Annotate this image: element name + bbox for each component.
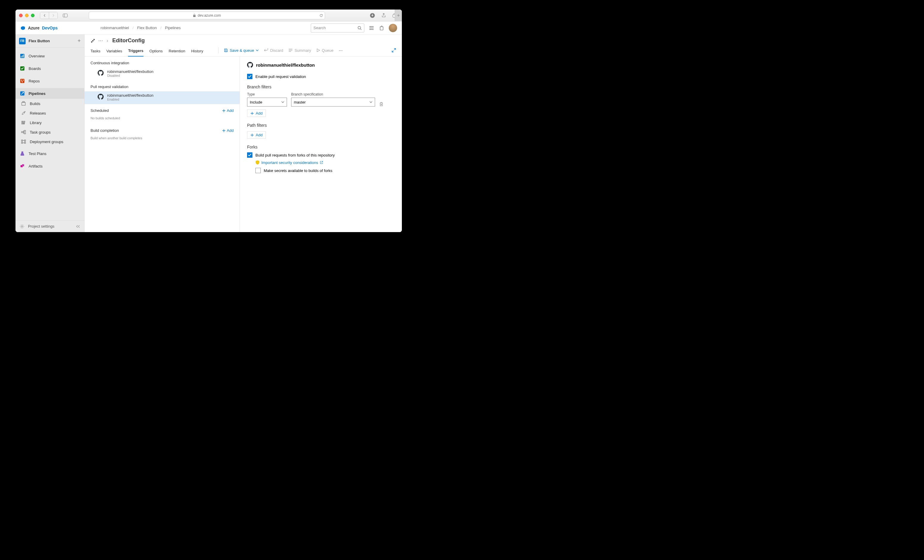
titlebar: dev.azure.com + (15, 9, 402, 21)
sidebar-item-label: Pipelines (28, 91, 45, 96)
url-bar[interactable]: dev.azure.com (89, 12, 325, 19)
pr-section-header: Pull request validation (84, 80, 240, 91)
add-path-filter-button[interactable]: Add (247, 131, 266, 139)
sidebar-item-label: Test Plans (28, 151, 46, 156)
sidebar-item-builds[interactable]: Builds (15, 99, 84, 108)
detail-repo-title: robinmanuelthiel/flexbutton (256, 63, 315, 67)
breadcrumb-area[interactable]: Pipelines (165, 25, 181, 30)
sidebar-item-label: Repos (28, 79, 40, 83)
sidebar: FB Flex Button + Overview Boards (15, 34, 84, 232)
search-input[interactable]: Search (311, 24, 364, 33)
ci-repo-name: robinmanuelthiel/flexbutton (107, 69, 153, 74)
pr-repo-row[interactable]: robinmanuelthiel/flexbutton Enabled (84, 91, 240, 104)
sidebar-item-label: Library (30, 121, 42, 125)
security-considerations-link[interactable]: Important security considerations (255, 160, 395, 165)
forks-build-checkbox[interactable] (247, 152, 252, 158)
add-completion-button[interactable]: Add (222, 128, 234, 133)
collapse-sidebar-icon[interactable] (76, 225, 80, 228)
add-project-icon[interactable]: + (77, 38, 81, 44)
add-branch-filter-button[interactable]: Add (247, 109, 266, 117)
make-secrets-checkbox[interactable] (255, 168, 261, 173)
summary-button[interactable]: Summary (288, 48, 311, 53)
brand[interactable]: Azure DevOps (20, 25, 58, 31)
breadcrumbs: robinmanuelthiel / Flex Button / Pipelin… (100, 25, 181, 30)
tab-tasks[interactable]: Tasks (90, 47, 100, 56)
plus-icon (250, 112, 254, 115)
scheduled-header-label: Scheduled (90, 108, 109, 113)
svg-rect-0 (63, 14, 68, 17)
sidebar-item-overview[interactable]: Overview (15, 51, 84, 61)
sidebar-item-pipelines[interactable]: Pipelines (15, 88, 84, 99)
sidebar-item-task-groups[interactable]: Task groups (15, 127, 84, 137)
downloads-icon[interactable] (369, 12, 376, 19)
shopping-bag-icon[interactable] (379, 25, 385, 31)
breadcrumb-project[interactable]: Flex Button (137, 25, 157, 30)
tab-history[interactable]: History (191, 47, 203, 56)
make-secrets-row[interactable]: Make secrets available to builds of fork… (255, 168, 395, 173)
branch-label: Branch specification (291, 92, 375, 96)
forks-header: Forks (247, 145, 395, 150)
traffic-lights (19, 14, 34, 17)
search-icon (357, 26, 362, 30)
sidebar-item-library[interactable]: Library (15, 118, 84, 127)
svg-rect-2 (193, 15, 196, 17)
share-icon[interactable] (380, 12, 387, 19)
sidebar-item-label: Deployment groups (30, 139, 63, 144)
queue-button[interactable]: Queue (316, 48, 333, 53)
breadcrumb-org[interactable]: robinmanuelthiel (100, 25, 129, 30)
user-avatar[interactable] (389, 24, 397, 32)
enable-pr-validation-checkbox[interactable] (247, 74, 252, 79)
chevron-down-icon (256, 49, 259, 51)
sidebar-nav-list: Overview Boards Repos Pipelines (15, 48, 84, 220)
sidebar-item-label: Boards (28, 66, 41, 71)
tab-retention[interactable]: Retention (169, 47, 186, 56)
sidebar-item-releases[interactable]: Releases (15, 108, 84, 118)
more-icon[interactable]: ⋯ (98, 38, 104, 43)
add-scheduled-button[interactable]: Add (222, 108, 234, 113)
page-header: ⋯ › EditorConfig (84, 34, 402, 44)
enable-pr-validation-row[interactable]: Enable pull request validation (247, 74, 395, 79)
svg-rect-17 (23, 54, 24, 57)
close-window-button[interactable] (19, 14, 22, 17)
branch-filters-header: Branch filters (247, 84, 395, 89)
sidebar-item-deployment-groups[interactable]: Deployment groups (15, 137, 84, 147)
branch-select[interactable]: master (291, 97, 375, 106)
delete-filter-button[interactable] (379, 102, 383, 106)
fullscreen-icon[interactable] (392, 48, 396, 55)
test-plans-icon (20, 151, 25, 156)
more-actions-icon[interactable]: ⋯ (339, 48, 343, 53)
marketplace-icon[interactable] (369, 25, 375, 31)
make-secrets-label: Make secrets available to builds of fork… (264, 168, 333, 173)
project-selector[interactable]: FB Flex Button + (15, 34, 84, 48)
sidebar-toggle-icon[interactable] (62, 12, 69, 19)
reload-icon[interactable] (320, 14, 323, 17)
type-select[interactable]: Include (247, 97, 287, 106)
project-settings-button[interactable]: Project settings (15, 220, 84, 232)
forward-button[interactable] (49, 12, 57, 19)
branch-spec-field: Branch specification master (291, 92, 375, 106)
sidebar-item-repos[interactable]: Repos (15, 76, 84, 86)
back-button[interactable] (40, 12, 49, 19)
plus-icon (222, 109, 226, 112)
ci-repo-row[interactable]: robinmanuelthiel/flexbutton Disabled (84, 67, 240, 80)
tab-triggers[interactable]: Triggers (128, 47, 143, 57)
save-queue-button[interactable]: Save & queue (224, 48, 259, 53)
scheduled-empty-text: No builds scheduled (84, 115, 240, 124)
detail-title-row: robinmanuelthiel/flexbutton (247, 62, 395, 68)
library-icon (21, 120, 26, 125)
ci-section-header: Continuous integration (84, 57, 240, 67)
discard-button[interactable]: Discard (264, 48, 283, 53)
sidebar-item-artifacts[interactable]: Artifacts (15, 161, 84, 171)
tab-variables[interactable]: Variables (106, 47, 122, 56)
new-tab-button[interactable]: + (395, 9, 402, 21)
tab-options[interactable]: Options (149, 47, 163, 56)
svg-rect-16 (22, 55, 22, 57)
maximize-window-button[interactable] (31, 14, 34, 17)
sidebar-item-test-plans[interactable]: Test Plans (15, 148, 84, 159)
forks-build-row[interactable]: Build pull requests from forks of this r… (247, 152, 395, 158)
svg-rect-24 (22, 102, 25, 105)
minimize-window-button[interactable] (25, 14, 28, 17)
shield-icon (255, 160, 260, 165)
sidebar-item-boards[interactable]: Boards (15, 63, 84, 74)
divider (218, 47, 219, 53)
